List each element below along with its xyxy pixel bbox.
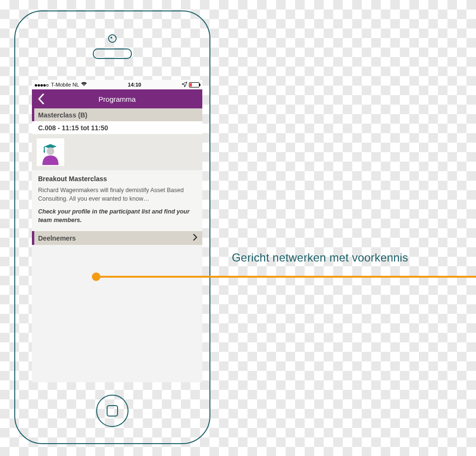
app-navbar: Programma	[32, 89, 202, 108]
status-time: 14:10	[128, 82, 141, 87]
signal-dots-icon	[35, 82, 49, 87]
session-description: Breakout Masterclass Richard Wagenmakers…	[32, 170, 202, 231]
participants-row[interactable]: Deelnemers	[32, 231, 202, 245]
svg-rect-2	[14, 101, 15, 125]
navbar-title: Programma	[99, 95, 136, 103]
status-bar: T-Mobile NL 14:10	[32, 80, 202, 89]
back-button[interactable]	[32, 89, 50, 108]
phone-home-button	[96, 395, 129, 427]
session-title: Breakout Masterclass	[38, 175, 196, 183]
battery-icon	[189, 82, 199, 87]
section-header-masterclass: Masterclass (B)	[32, 108, 202, 121]
speaker-row[interactable]	[32, 134, 202, 170]
svg-rect-4	[210, 82, 210, 108]
phone-camera-icon	[108, 34, 117, 43]
svg-point-7	[47, 147, 54, 155]
carrier-label: T-Mobile NL	[51, 82, 79, 87]
svg-rect-3	[14, 130, 15, 154]
svg-rect-1	[14, 72, 15, 87]
session-note: Check your profile in the participant li…	[38, 208, 196, 224]
location-icon	[182, 82, 187, 88]
session-body: Richard Wagenmakers will finaly demistif…	[38, 186, 196, 203]
chevron-right-icon	[193, 234, 198, 242]
wifi-icon	[81, 81, 87, 88]
participants-label: Deelnemers	[38, 234, 76, 242]
svg-rect-6	[44, 146, 45, 151]
speaker-avatar	[37, 138, 64, 166]
callout-text: Gericht netwerken met voorkennis	[232, 251, 408, 264]
phone-speaker-icon	[93, 49, 132, 59]
phone-screen: T-Mobile NL 14:10 Programma Masterclass …	[32, 80, 202, 382]
session-time-row: C.008 - 11:15 tot 11:50	[32, 121, 202, 134]
